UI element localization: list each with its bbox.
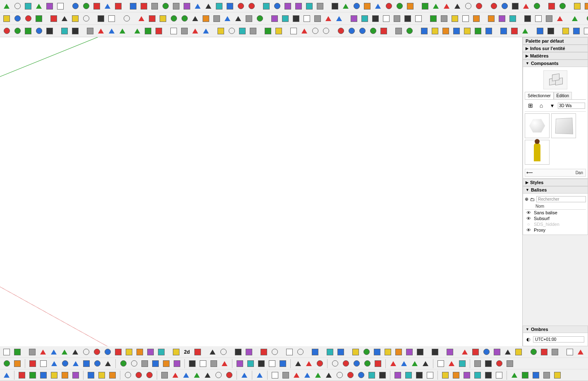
dia3[interactable]: [462, 370, 472, 380]
box-br1[interactable]: [349, 14, 359, 24]
wave-blue[interactable]: [261, 1, 271, 11]
dia1[interactable]: [440, 370, 450, 380]
ruler-b[interactable]: [70, 26, 80, 36]
line-bw[interactable]: [570, 14, 580, 24]
sk-c[interactable]: [379, 26, 389, 36]
sel-cur[interactable]: [216, 26, 226, 36]
sq-dash[interactable]: [222, 14, 232, 24]
grid3[interactable]: [49, 347, 59, 357]
end[interactable]: [492, 347, 502, 357]
grid6[interactable]: [81, 347, 91, 357]
undo2[interactable]: [284, 347, 294, 357]
component-item-person[interactable]: [525, 140, 550, 165]
knot2[interactable]: [225, 1, 235, 11]
shirts[interactable]: [70, 14, 80, 24]
cube-wire[interactable]: [23, 14, 33, 24]
winC[interactable]: [181, 370, 191, 380]
clip[interactable]: [442, 1, 452, 11]
rarrow-g[interactable]: [2, 14, 12, 24]
add-tag-icon[interactable]: ⊕: [525, 196, 528, 202]
section-components[interactable]: ▼Composants: [523, 60, 588, 67]
grid4[interactable]: [60, 347, 69, 357]
sh3[interactable]: [410, 359, 420, 369]
persp2[interactable]: [135, 347, 145, 357]
g3b[interactable]: [246, 359, 256, 369]
dia2[interactable]: [451, 370, 461, 380]
ring[interactable]: [325, 347, 335, 357]
cA[interactable]: [86, 370, 96, 380]
g4d[interactable]: [49, 370, 59, 380]
sel-r[interactable]: [244, 14, 254, 24]
shirt-b[interactable]: [60, 14, 69, 24]
rot-b[interactable]: [96, 26, 106, 36]
isoA[interactable]: [367, 370, 377, 380]
timezone-dropdown[interactable]: UTC+01:00: [533, 336, 584, 343]
tag-row[interactable]: 👁Proxy: [525, 227, 586, 233]
visibility-icon[interactable]: 👁: [526, 216, 531, 221]
cube-dk[interactable]: [330, 1, 340, 11]
circle-blue[interactable]: [294, 1, 304, 11]
section-materials[interactable]: ▶Matières: [523, 52, 588, 60]
sh1[interactable]: [388, 359, 398, 369]
chev-gr[interactable]: [547, 1, 557, 11]
persp3[interactable]: [146, 347, 155, 357]
view-grid-icon[interactable]: ⊞: [526, 101, 535, 110]
g3d[interactable]: [267, 359, 277, 369]
loopctl[interactable]: [503, 347, 513, 357]
arc2-red[interactable]: [139, 1, 149, 11]
cubeO[interactable]: [425, 370, 435, 380]
mirror-v[interactable]: [270, 347, 280, 357]
check[interactable]: [113, 347, 123, 357]
fold[interactable]: [430, 347, 440, 357]
cC[interactable]: [108, 370, 117, 380]
cube-gr[interactable]: [394, 1, 404, 11]
section-entity-info[interactable]: ▶Infos sur l'entité: [523, 45, 588, 52]
redo2[interactable]: [295, 347, 305, 357]
hdash[interactable]: [201, 14, 211, 24]
cyl[interactable]: [92, 359, 102, 369]
iso7[interactable]: [335, 370, 344, 380]
winA[interactable]: [160, 370, 170, 380]
winD[interactable]: [192, 370, 202, 380]
cube-rot[interactable]: [143, 26, 153, 36]
h1[interactable]: [341, 359, 351, 369]
flag-it[interactable]: [304, 359, 314, 369]
pts2[interactable]: [383, 347, 393, 357]
h3[interactable]: [362, 359, 372, 369]
person-y2[interactable]: [12, 26, 22, 36]
grab[interactable]: [576, 347, 586, 357]
curve-red[interactable]: [236, 1, 246, 11]
section-styles[interactable]: ▶Styles: [523, 179, 588, 186]
g4e[interactable]: [60, 370, 70, 380]
collection-dropdown[interactable]: 3D Wa: [558, 103, 585, 109]
scale[interactable]: [586, 347, 588, 357]
cubelet4[interactable]: [220, 359, 229, 369]
winE[interactable]: [203, 370, 213, 380]
bwtool[interactable]: [144, 370, 154, 380]
section-shadows[interactable]: ▼Ombres: [523, 326, 588, 333]
sine[interactable]: [283, 1, 293, 11]
hex-p[interactable]: [81, 359, 91, 369]
sheet1[interactable]: [486, 14, 496, 24]
flash-plus[interactable]: [81, 1, 91, 11]
sh2[interactable]: [399, 359, 409, 369]
ptr3[interactable]: [550, 347, 560, 357]
ptr2[interactable]: [2, 347, 12, 357]
tag-row[interactable]: 👁Sans balise: [525, 210, 586, 216]
tag-row[interactable]: 👁Subsurf: [525, 216, 586, 221]
box3[interactable]: [499, 26, 509, 36]
curve-b[interactable]: [107, 14, 117, 24]
jewel2[interactable]: [494, 359, 504, 369]
plus-o[interactable]: [38, 359, 48, 369]
tag-g[interactable]: [461, 14, 471, 24]
cubeM[interactable]: [404, 370, 414, 380]
iso3[interactable]: [292, 370, 301, 380]
stack-out[interactable]: [384, 1, 394, 11]
person-k[interactable]: [23, 26, 33, 36]
cubes-out[interactable]: [373, 1, 383, 11]
sq-g[interactable]: [136, 14, 146, 24]
sq-r[interactable]: [561, 26, 571, 36]
plane4[interactable]: [555, 14, 565, 24]
cube-r4[interactable]: [302, 14, 312, 24]
iso1[interactable]: [270, 370, 280, 380]
